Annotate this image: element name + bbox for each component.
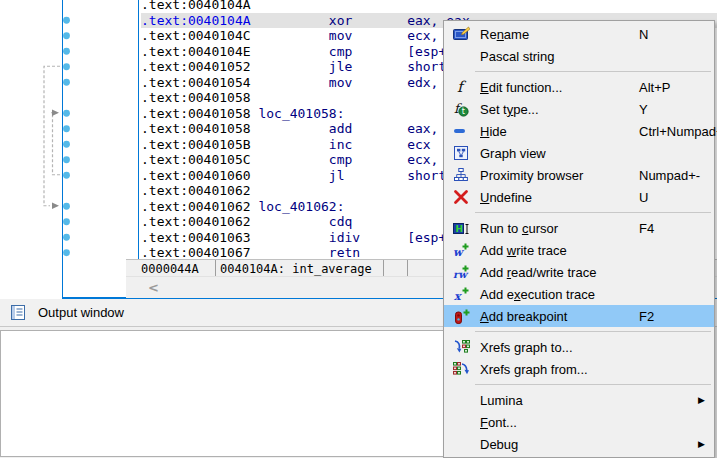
menu-item-lumina[interactable]: Lumina▶: [444, 389, 714, 411]
svg-text:w: w: [453, 246, 465, 259]
menu-item-run-to-cursor[interactable]: HRun to cursorF4: [444, 217, 714, 239]
run-to-cursor-icon: H: [449, 219, 473, 237]
screenshot-root: .text:0040104A.text:0040104A xor eax, ea…: [0, 0, 717, 458]
menu-item-shortcut: Y: [639, 102, 648, 117]
menu-item-label: Xrefs graph from...: [480, 362, 588, 377]
edit-function-icon: f: [449, 78, 473, 96]
menu-item-label: Lumina: [480, 393, 523, 408]
menu-item-label: Pascal string: [480, 49, 554, 64]
menu-item-set-type[interactable]: ftSet type...Y: [444, 98, 714, 120]
menu-separator: [475, 71, 711, 72]
listing-mnemonic: xor: [329, 13, 407, 28]
menu-item-xrefs-graph-to[interactable]: Xrefs graph to...: [444, 336, 714, 358]
listing-mnemonic: inc: [329, 137, 407, 152]
listing-address: .text:0040104A: [141, 13, 251, 28]
menu-item-add-execution-trace[interactable]: xAdd execution trace: [444, 283, 714, 305]
menu-item-shortcut: Ctrl+Numpad+-: [639, 124, 717, 139]
submenu-arrow-icon: ▶: [698, 395, 705, 405]
listing-row[interactable]: .text:0040104A: [141, 0, 717, 13]
menu-item-xrefs-graph-from[interactable]: Xrefs graph from...: [444, 358, 714, 380]
listing-operand: ecx: [407, 137, 430, 152]
nav-dot: [63, 125, 70, 132]
jump-arrows-gutter: [0, 0, 76, 299]
svg-text:H: H: [455, 224, 463, 234]
menu-item-shortcut: Alt+P: [639, 80, 670, 95]
menu-separator: [475, 331, 711, 332]
menu-item-debug[interactable]: Debug▶: [444, 433, 714, 455]
nav-dot: [63, 63, 70, 70]
menu-item-rename[interactable]: RenameN: [444, 23, 714, 45]
menu-item-edit-function[interactable]: fEdit function...Alt+P: [444, 76, 714, 98]
menu-item-font[interactable]: Font...: [444, 411, 714, 433]
menu-item-label: Add execution trace: [480, 287, 595, 302]
listing-address: .text:00401062: [141, 183, 251, 198]
menu-item-proximity-browser[interactable]: Proximity browserNumpad+-: [444, 164, 714, 186]
listing-mnemonic: cmp: [329, 152, 407, 167]
arrowhead-loc401058: [52, 109, 59, 116]
listing-mnemonic: idiv: [329, 230, 407, 245]
menu-item-add-breakpoint[interactable]: Add breakpointF2: [444, 305, 714, 327]
nav-dot: [63, 172, 70, 179]
menu-item-shortcut: Numpad+-: [639, 168, 700, 183]
menu-separator: [475, 212, 711, 213]
menu-item-shortcut: F2: [639, 309, 654, 324]
nav-dot: [63, 234, 70, 241]
context-menu: RenameNPascal stringfEdit function...Alt…: [443, 20, 715, 458]
menu-item-shortcut: U: [639, 190, 648, 205]
nav-dot: [63, 79, 70, 86]
menu-item-pascal-string[interactable]: Pascal string: [444, 45, 714, 67]
listing-address: .text:0040104A: [141, 0, 251, 12]
menu-item-label: Run to cursor: [480, 221, 558, 236]
xrefs-graph-to-icon: [449, 338, 473, 356]
listing-address: .text:00401058: [141, 90, 251, 105]
menu-item-add-read-write-trace[interactable]: rwAdd read/write trace: [444, 261, 714, 283]
rename-icon: [449, 25, 473, 43]
nav-dot: [63, 249, 70, 256]
listing-label: loc_401062:: [258, 199, 344, 214]
menu-item-label: Add write trace: [480, 243, 567, 258]
listing-label: loc_401058:: [258, 106, 344, 121]
listing-address: .text:00401067: [141, 245, 251, 260]
menu-item-label: Xrefs graph to...: [480, 340, 573, 355]
menu-item-undefine[interactable]: UndefineU: [444, 186, 714, 208]
nav-dot: [63, 48, 70, 55]
svg-text:f: f: [457, 79, 467, 95]
nav-dot: [63, 156, 70, 163]
listing-address: .text:00401058: [141, 121, 251, 136]
menu-item-shortcut: N: [639, 27, 648, 42]
proximity-browser-icon: [449, 166, 473, 184]
menu-item-label: Add breakpoint: [480, 309, 567, 324]
menu-item-label: Rename: [480, 27, 529, 42]
output-window-title: Output window: [38, 305, 124, 320]
menu-item-graph-view[interactable]: Graph view: [444, 142, 714, 164]
listing-mnemonic: mov: [329, 75, 407, 90]
scroll-left-arrow-icon[interactable]: <: [148, 280, 159, 295]
listing-mnemonic: add: [329, 121, 407, 136]
listing-address: .text:00401063: [141, 230, 251, 245]
listing-address: .text:00401054: [141, 75, 251, 90]
nav-dot: [63, 218, 70, 225]
set-type-icon: ft: [449, 100, 473, 118]
menu-item-add-write-trace[interactable]: wAdd write trace: [444, 239, 714, 261]
hide-icon: [449, 122, 473, 140]
menu-item-shortcut: F4: [639, 221, 654, 236]
menu-item-label: Font...: [480, 415, 517, 430]
listing-address: .text:0040105B: [141, 137, 251, 152]
add-write-trace-icon: w: [449, 241, 473, 259]
menu-item-hide[interactable]: HideCtrl+Numpad+-: [444, 120, 714, 142]
listing-operand: [esp+: [407, 230, 446, 245]
menu-item-label: Hide: [480, 124, 507, 139]
menu-separator: [475, 384, 711, 385]
menu-item-label: Debug: [480, 437, 518, 452]
status-address-function: 0040104A: int_average: [216, 260, 384, 277]
menu-icon-placeholder: [449, 413, 473, 431]
jump-arrow-jl-to-loc401058: [51, 113, 60, 175]
listing-address: .text:0040104E: [141, 44, 251, 59]
nav-dot: [63, 203, 70, 210]
status-spacer-cell: [384, 260, 408, 277]
menu-item-label: Proximity browser: [480, 168, 583, 183]
add-exec-trace-icon: x: [449, 285, 473, 303]
listing-operand: [esp+: [407, 44, 446, 59]
menu-icon-placeholder: [449, 391, 473, 409]
listing-address: .text:00401060: [141, 168, 251, 183]
